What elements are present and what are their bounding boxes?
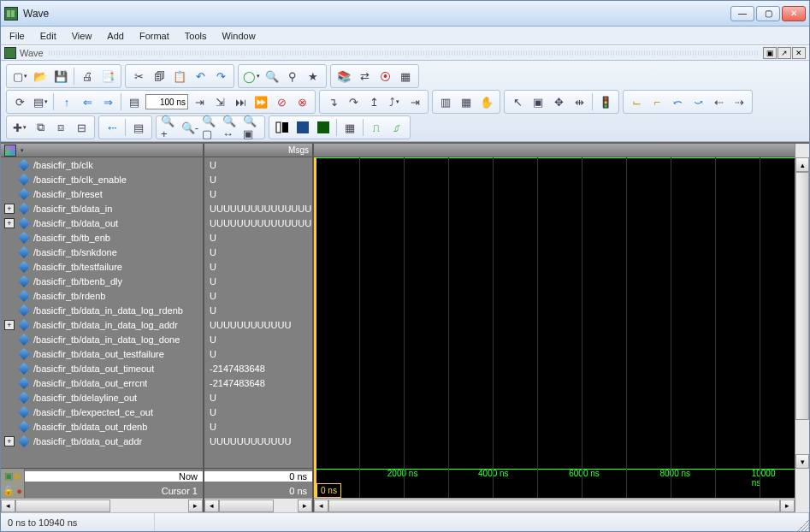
expand-toggle[interactable]: + — [4, 204, 15, 214]
signal-value-row[interactable]: U — [204, 186, 312, 201]
wave-mode3-button[interactable] — [314, 118, 333, 137]
menu-format[interactable]: Format — [136, 29, 173, 43]
run-continue-button[interactable]: ▤▾ — [31, 92, 50, 111]
continue-run-button[interactable]: ⏭ — [231, 92, 250, 111]
signal-row[interactable]: /basicfir_tb/tb_enb — [1, 230, 203, 245]
step-back-button[interactable]: ⇐ — [78, 92, 97, 111]
objects-cube-icon[interactable] — [4, 145, 16, 157]
zoom-in-button[interactable]: 🔍+ — [160, 118, 179, 137]
cursor-row-icons[interactable]: 🔒● — [1, 483, 25, 498]
zoom-region-button[interactable]: 🔍▣ — [242, 118, 261, 137]
signal-row[interactable]: /basicfir_tb/data_out_errcnt — [1, 375, 203, 390]
menu-add[interactable]: Add — [103, 29, 127, 43]
signal-row[interactable]: /basicfir_tb/reset — [1, 186, 203, 201]
expand-toggle[interactable]: + — [4, 218, 15, 228]
run-length-icon[interactable]: ▤ — [125, 92, 144, 111]
wave-mode2-button[interactable] — [293, 118, 312, 137]
signal-value-row[interactable]: U — [204, 405, 312, 419]
zoom-cursor-button[interactable]: 🔍↔ — [222, 118, 240, 137]
signal-row[interactable]: /basicfir_tb/data_out_testfailure — [1, 346, 203, 361]
signal-format1-button[interactable]: ⎍ — [367, 118, 386, 137]
stop-button[interactable]: ⊗ — [293, 92, 311, 111]
signal-value-row[interactable]: U — [204, 288, 312, 303]
grid-toggle-button[interactable]: ▦ — [340, 118, 359, 137]
new-button[interactable]: ▢▾ — [10, 67, 29, 86]
signal-value-row[interactable]: U — [204, 157, 312, 172]
signal-row[interactable]: /basicfir_tb/tbenb_dly — [1, 274, 203, 288]
signal-row[interactable]: /basicfir_tb/rdenb — [1, 288, 203, 303]
time-ruler[interactable]: 2000 ns4000 ns6000 ns8000 ns10000 ns — [316, 469, 795, 483]
add-to-wave-button[interactable]: ✚▾ — [10, 118, 29, 137]
remove-signal-button[interactable]: ⊟ — [72, 118, 91, 137]
zoom-area-button[interactable]: ▣ — [529, 92, 547, 111]
dataflow-button[interactable]: ⇄ — [355, 67, 374, 86]
expand-toggle[interactable]: + — [4, 320, 15, 330]
menu-file[interactable]: File — [6, 29, 28, 43]
cursor-remove-button[interactable]: ⌐ — [647, 92, 666, 111]
step-return-button[interactable]: ⤴▾ — [385, 92, 404, 111]
find-button[interactable]: 🔍 — [263, 67, 281, 86]
zoom-full-button[interactable]: 🔍▢ — [201, 118, 220, 137]
inner-dock-button[interactable]: ▣ — [763, 47, 777, 59]
run-button[interactable]: ⇥ — [190, 92, 209, 111]
step-into-button[interactable]: ↴ — [323, 92, 342, 111]
signal-value-row[interactable]: U — [204, 332, 312, 346]
signal-row[interactable]: /basicfir_tb/snkdone — [1, 245, 203, 259]
signal-format2-button[interactable]: ⎎ — [387, 118, 406, 137]
menu-tools[interactable]: Tools — [181, 29, 210, 43]
signal-row[interactable]: +/basicfir_tb/data_out_addr — [1, 434, 203, 448]
traffic-light-icon[interactable]: 🚦 — [596, 92, 615, 111]
signal-row[interactable]: /basicfir_tb/data_in_data_log_rdenb — [1, 303, 203, 317]
open-button[interactable]: 📂 — [31, 67, 50, 86]
signal-value-row[interactable]: U — [204, 172, 312, 186]
run-length-input[interactable] — [145, 94, 188, 109]
step-out-button[interactable]: ↥ — [364, 92, 383, 111]
signals-header[interactable]: ▾ — [1, 144, 203, 157]
signal-row[interactable]: /basicfir_tb/testfailure — [1, 259, 203, 274]
signal-row[interactable]: /basicfir_tb/data_out_timeout — [1, 361, 203, 375]
close-button[interactable]: ✕ — [782, 6, 806, 21]
copy-button[interactable]: 🗐 — [150, 67, 169, 86]
wave-mode1-button[interactable] — [273, 118, 292, 137]
break-button[interactable]: ⊘ — [272, 92, 291, 111]
redo-button[interactable]: ↷ — [211, 67, 230, 86]
now-row-icons[interactable]: ▣▶ — [1, 469, 25, 483]
signal-row[interactable]: +/basicfir_tb/data_in — [1, 201, 203, 216]
cursor-marker[interactable]: 0 ns — [316, 483, 341, 498]
signal-value-row[interactable]: UUUUUUUUUUUUUUUU — [204, 216, 312, 230]
signal-row[interactable]: /basicfir_tb/expected_ce_out — [1, 405, 203, 419]
prev-transition-button[interactable]: ⤺ — [668, 92, 687, 111]
signal-row[interactable]: +/basicfir_tb/data_in_data_log_addr — [1, 317, 203, 332]
print-preview-button[interactable]: 📑 — [98, 67, 117, 86]
signal-value-row[interactable]: U — [204, 419, 312, 434]
signal-row[interactable]: /basicfir_tb/data_out_rdenb — [1, 419, 203, 434]
expand-toggle[interactable]: + — [4, 436, 15, 446]
find-in-files-button[interactable]: ⚲ — [283, 67, 302, 86]
minimize-button[interactable]: — — [730, 6, 754, 21]
expand-time-button[interactable]: ⇹ — [570, 92, 588, 111]
group-signals-button[interactable]: ⧈ — [51, 118, 70, 137]
run-cont-button[interactable]: ⏩ — [251, 92, 270, 111]
wave-hscroll[interactable]: ◂▸ — [314, 498, 795, 512]
select-button[interactable]: ↖ — [508, 92, 527, 111]
compile-button[interactable]: ◯▾ — [242, 67, 261, 86]
maximize-button[interactable]: ▢ — [756, 6, 780, 21]
next-transition-button[interactable]: ⤻ — [689, 92, 707, 111]
memory-button[interactable]: ▦ — [396, 67, 415, 86]
values-hscroll[interactable]: ◂▸ — [204, 498, 312, 512]
signal-value-row[interactable]: U — [204, 230, 312, 245]
signal-value-row[interactable]: UUUUUUUUUUUUUUUU — [204, 201, 312, 216]
zoom-out-button[interactable]: 🔍- — [180, 118, 199, 137]
signal-value-row[interactable]: U — [204, 346, 312, 361]
undo-button[interactable]: ↶ — [191, 67, 210, 86]
list-window-button[interactable]: ▦ — [457, 92, 476, 111]
signals-hscroll[interactable]: ◂▸ — [1, 498, 203, 512]
signal-value-row[interactable]: U — [204, 274, 312, 288]
signal-value-row[interactable]: U — [204, 390, 312, 405]
step-up-button[interactable]: ↑ — [57, 92, 76, 111]
prev-edge-button[interactable]: ⤎ — [103, 118, 121, 137]
menu-edit[interactable]: Edit — [37, 29, 60, 43]
signal-row[interactable]: /basicfir_tb/delayline_out — [1, 390, 203, 405]
breakpoint-button[interactable]: ⦿ — [375, 67, 394, 86]
run-all-button[interactable]: ⇲ — [210, 92, 229, 111]
